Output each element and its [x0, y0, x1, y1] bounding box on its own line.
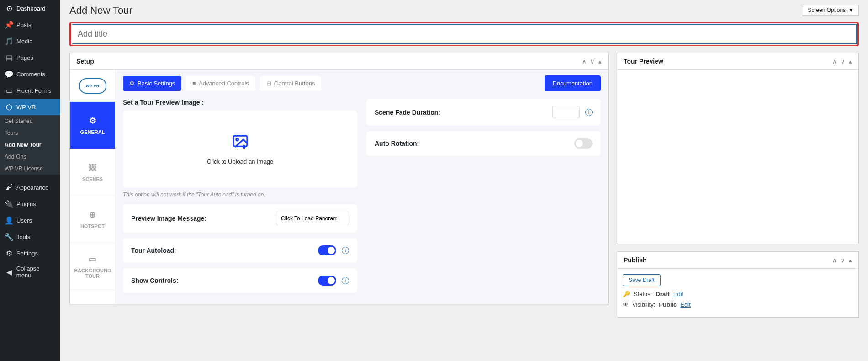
sidebar-item-comments[interactable]: 💬Comments — [0, 66, 60, 82]
vtab-scenes[interactable]: 🖼 SCENES — [70, 149, 115, 196]
sidebar-item-dashboard[interactable]: ⊙Dashboard — [0, 0, 60, 16]
gear-icon: ⚙ — [89, 116, 96, 126]
toggle-panel-icon[interactable]: ▴ — [849, 58, 852, 65]
publish-title: Publish — [624, 256, 647, 264]
auto-rotation-row: Auto Rotation: — [366, 131, 601, 156]
publish-panel: Publish ∧ ∨ ▴ Save Draft 🔑 Status: Draft… — [617, 251, 859, 318]
move-up-icon[interactable]: ∧ — [832, 58, 837, 65]
sidebar-item-collapse[interactable]: ◀Collapse menu — [0, 261, 60, 282]
preview-message-row: Preview Image Message: — [123, 204, 357, 233]
sidebar-item-fluent-forms[interactable]: ▭Fluent Forms — [0, 82, 60, 99]
svg-point-1 — [236, 138, 238, 141]
tour-autoload-row: Tour Autoload: i — [123, 238, 357, 263]
sidebar-item-tools[interactable]: 🔧Tools — [0, 228, 60, 245]
fade-duration-input[interactable] — [552, 106, 580, 118]
documentation-button[interactable]: Documentation — [545, 75, 601, 91]
screen-options-label: Screen Options — [808, 7, 846, 13]
tab-control-buttons[interactable]: ⊟ Control Buttons — [260, 76, 322, 91]
visibility-label: Visibility: — [632, 301, 655, 308]
move-up-icon[interactable]: ∧ — [582, 58, 587, 65]
save-draft-button[interactable]: Save Draft — [623, 274, 661, 286]
vtab-general[interactable]: ⚙ GENERAL — [70, 102, 115, 149]
tour-preview-panel: Tour Preview ∧ ∨ ▴ — [617, 53, 859, 244]
setup-content-area: ⚙ Basic Settings ≡ Advanced Controls ⊟ C… — [116, 70, 608, 304]
vtab-hotspot[interactable]: ⊕ HOTSPOT — [70, 196, 115, 243]
show-controls-toggle[interactable] — [318, 276, 336, 286]
publish-body: Save Draft 🔑 Status: Draft Edit 👁 Visibi… — [617, 269, 858, 317]
main-content: Screen Options ▼ Add New Tour Setup ∧ ∨ … — [60, 0, 868, 329]
toggle-panel-icon[interactable]: ▴ — [598, 58, 602, 65]
sidebar-sub-get-started[interactable]: Get Started — [0, 115, 60, 127]
tab-basic-settings[interactable]: ⚙ Basic Settings — [123, 76, 181, 91]
status-edit-link[interactable]: Edit — [673, 291, 683, 297]
info-icon[interactable]: i — [342, 277, 349, 284]
media-icon: 🎵 — [5, 37, 14, 46]
fade-label: Scene Fade Duration: — [375, 109, 440, 116]
sidebar-item-label: Collapse menu — [16, 265, 56, 279]
vtab-background-tour[interactable]: ▭ BACKGROUND TOUR — [70, 243, 115, 290]
users-icon: 👤 — [5, 216, 14, 225]
auto-rotation-toggle[interactable] — [574, 138, 593, 149]
dashboard-icon: ⊙ — [5, 4, 14, 13]
admin-sidebar: ⊙Dashboard 📌Posts 🎵Media ▤Pages 💬Comment… — [0, 0, 60, 329]
sidebar-item-wpvr[interactable]: ⬡WP VR — [0, 99, 60, 115]
info-icon[interactable]: i — [585, 109, 593, 116]
publish-panel-controls: ∧ ∨ ▴ — [832, 257, 852, 264]
sidebar-sub-add-new-tour[interactable]: Add New Tour — [0, 139, 60, 151]
sidebar-item-users[interactable]: 👤Users — [0, 212, 60, 228]
tour-preview-title: Tour Preview — [624, 58, 663, 65]
sidebar-sub-addons[interactable]: Add-Ons — [0, 151, 60, 163]
pin-icon: 📌 — [5, 20, 14, 29]
tools-icon: 🔧 — [5, 232, 14, 241]
upload-text: Click to Upload an Image — [207, 158, 273, 165]
preview-message-input[interactable] — [276, 212, 349, 225]
status-value: Draft — [656, 291, 669, 297]
wpvr-logo: WP VR — [79, 78, 106, 94]
tour-autoload-toggle[interactable] — [318, 245, 336, 255]
sidebar-sub-license[interactable]: WP VR License — [0, 163, 60, 175]
key-icon: 🔑 — [623, 291, 630, 297]
sidebar-item-posts[interactable]: 📌Posts — [0, 16, 60, 33]
eye-icon: 👁 — [623, 301, 629, 308]
sidebar-item-label: Pages — [16, 54, 33, 61]
sidebar-item-plugins[interactable]: 🔌Plugins — [0, 196, 60, 212]
tab-advanced-controls[interactable]: ≡ Advanced Controls — [186, 76, 255, 91]
sidebar-submenu: Get Started Tours Add New Tour Add-Ons W… — [0, 115, 60, 175]
move-down-icon[interactable]: ∨ — [841, 257, 845, 264]
vtab-label: SCENES — [82, 176, 103, 182]
status-row: 🔑 Status: Draft Edit — [623, 291, 853, 297]
sidebar-item-label: Plugins — [16, 201, 36, 207]
controls-label: Show Controls: — [131, 277, 178, 284]
upload-preview-image[interactable]: Click to Upload an Image — [123, 111, 357, 188]
visibility-value: Public — [659, 301, 677, 308]
vtab-label: HOTSPOT — [80, 223, 105, 229]
move-up-icon[interactable]: ∧ — [832, 257, 837, 264]
image-icon: 🖼 — [89, 163, 97, 173]
sidebar-sub-tours[interactable]: Tours — [0, 127, 60, 139]
collapse-icon: ◀ — [5, 267, 14, 276]
setup-panel: Setup ∧ ∨ ▴ WP VR ⚙ — [69, 53, 609, 304]
fade-duration-row: Scene Fade Duration: i — [366, 99, 601, 126]
move-down-icon[interactable]: ∨ — [590, 58, 595, 65]
sidebar-item-settings[interactable]: ⚙Settings — [0, 245, 60, 261]
screen-options-button[interactable]: Screen Options ▼ — [803, 5, 859, 16]
sidebar-item-label: Dashboard — [16, 5, 46, 12]
sidebar-item-media[interactable]: 🎵Media — [0, 33, 60, 49]
preview-msg-label: Preview Image Message: — [131, 215, 206, 222]
visibility-row: 👁 Visibility: Public Edit — [623, 301, 853, 308]
sidebar-item-label: Media — [16, 38, 32, 45]
target-icon: ⊕ — [89, 210, 96, 220]
title-input[interactable] — [72, 24, 857, 44]
toggle-panel-icon[interactable]: ▴ — [849, 257, 852, 264]
sidebar-item-appearance[interactable]: 🖌Appearance — [0, 179, 60, 196]
tour-preview-header: Tour Preview ∧ ∨ ▴ — [617, 53, 858, 70]
sidebar-item-pages[interactable]: ▤Pages — [0, 49, 60, 66]
vtab-label: GENERAL — [80, 129, 105, 135]
visibility-edit-link[interactable]: Edit — [680, 301, 690, 308]
setup-vertical-tabs: WP VR ⚙ GENERAL 🖼 SCENES ⊕ HOTSPOT — [70, 70, 116, 304]
info-icon[interactable]: i — [342, 247, 349, 254]
autoload-label: Tour Autoload: — [131, 247, 176, 254]
move-down-icon[interactable]: ∨ — [841, 58, 845, 65]
preview-image-label: Set a Tour Preview Image : — [123, 99, 357, 106]
chevron-down-icon: ▼ — [848, 7, 854, 13]
